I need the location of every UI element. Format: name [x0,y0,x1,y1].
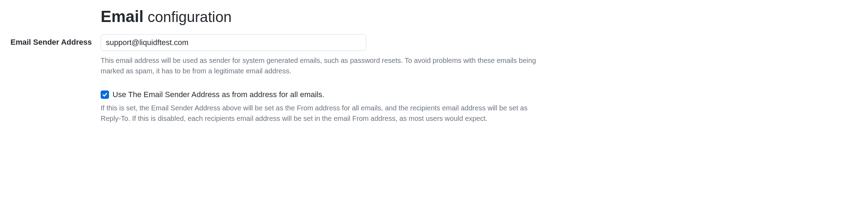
sender-address-content: This email address will be used as sende… [101,34,548,76]
sender-address-label: Email Sender Address [10,34,101,47]
sender-address-input[interactable] [101,34,366,51]
use-as-from-checkbox[interactable] [101,90,109,99]
use-as-from-row: Use The Email Sender Address as from add… [101,90,548,99]
sender-address-help: This email address will be used as sende… [101,55,548,76]
heading-regular: configuration [144,9,232,25]
check-icon [102,92,108,97]
use-as-from-label: Use The Email Sender Address as from add… [113,90,324,99]
use-as-from-help: If this is set, the Email Sender Address… [101,103,548,124]
page-title: Email configuration [101,7,858,26]
use-as-from-section: Use The Email Sender Address as from add… [101,90,548,124]
sender-address-row: Email Sender Address This email address … [10,34,858,76]
heading-bold: Email [101,7,144,25]
email-config-section: Email configuration Email Sender Address… [10,7,858,124]
